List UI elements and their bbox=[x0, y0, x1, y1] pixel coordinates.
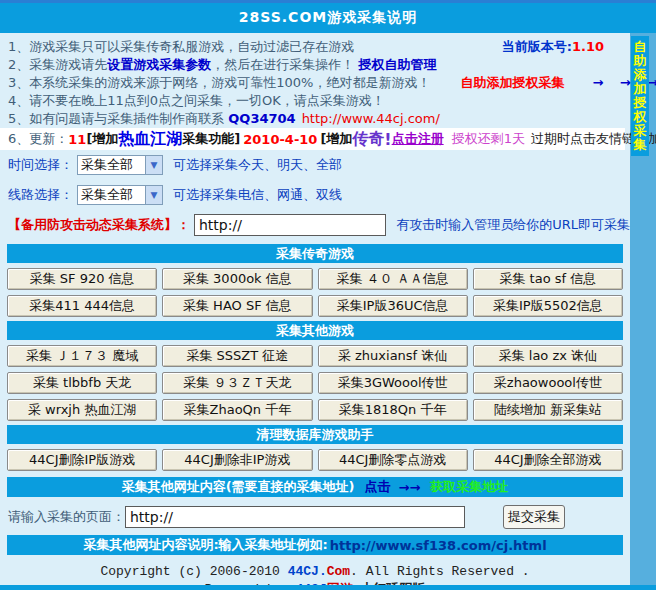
collect-button[interactable]: 采集 Ｊ１７３ 魔域 bbox=[7, 345, 157, 367]
version-value: 1.10 bbox=[572, 39, 604, 54]
collect-button[interactable]: 采集 tlbbfb 天龙 bbox=[7, 372, 157, 394]
rights-text: . All Rights Reserved . bbox=[350, 564, 529, 579]
update-prefix: 6、更新： bbox=[8, 130, 68, 148]
note-item-4: 4、请不要在晚上11点到0点之间采集，一切OK，请点采集游戏！ bbox=[0, 92, 630, 110]
brand-com: Com bbox=[327, 564, 350, 579]
submit-collect-button[interactable]: 提交采集 bbox=[503, 505, 565, 529]
self-add-auth-link[interactable]: 自助添加授权采集 bbox=[460, 75, 564, 90]
backup-url-input[interactable] bbox=[194, 214, 386, 236]
backup-system-row: 【备用防攻击动态采集系统】： 有攻击时输入管理员给你的URL即可采集 bbox=[0, 210, 630, 240]
collect-button[interactable]: 采集 SF 920 信息 bbox=[7, 268, 157, 290]
qq-contact: QQ34704 bbox=[228, 111, 295, 126]
collect-button[interactable]: 采集 ４０ ＡＡ信息 bbox=[318, 268, 468, 290]
bottom-strip bbox=[0, 585, 656, 590]
page-title-bar: 28SS.COM游戏采集说明 bbox=[0, 0, 656, 33]
note-text: 5、如有问题请与采集插件制作商联系 bbox=[8, 111, 224, 126]
time-select-hint: 可选择采集今天、明天、全部 bbox=[173, 156, 342, 174]
collect-button[interactable]: 采集 ９３ＺＴ天龙 bbox=[162, 372, 312, 394]
side-nav-self-auth-link[interactable]: 自助添加授权采集 bbox=[631, 36, 649, 156]
copyright-text: Copyright (c) 2006-2010 bbox=[100, 564, 287, 579]
arrow-icons: →→ bbox=[399, 480, 421, 495]
note-item-1: 当前版本号:1.10 1、游戏采集只可以采集传奇私服游戏，自动过滤已存在游戏 bbox=[0, 38, 630, 56]
set-params-link[interactable]: 设置游戏采集参数 bbox=[107, 57, 211, 72]
game-name-chuanqi: 传奇 bbox=[352, 129, 384, 150]
submit-row: 请输入采集的页面： 提交采集 bbox=[8, 505, 630, 529]
maker-url-link[interactable]: http://www.44cj.com/ bbox=[302, 111, 440, 126]
section-header-cleaner: 清理数据库游戏助手 bbox=[7, 425, 623, 444]
page-url-label: 请输入采集的页面： bbox=[8, 508, 125, 526]
note-item-6-update: 6、更新：11[增加热血江湖采集功能]2010-4-10[增加传奇!点击注册授权… bbox=[0, 128, 625, 150]
section-header-legend: 采集传奇游戏 bbox=[7, 244, 623, 263]
update-number: 11 bbox=[68, 132, 86, 147]
line-select[interactable]: 采集全部 ▼ bbox=[77, 185, 163, 205]
note-text: 2、采集游戏请先 bbox=[8, 57, 107, 72]
update-add1: [增加 bbox=[86, 130, 118, 148]
copyright-line: Copyright (c) 2006-2010 44CJ.Com. All Ri… bbox=[0, 563, 630, 581]
update-func: 采集功能] bbox=[182, 130, 240, 148]
page-url-input[interactable] bbox=[125, 506, 465, 528]
others-button-grid: 采集 Ｊ１７３ 魔域 采集 SSSZT 征途 采 zhuxiansf 诛仙 采集… bbox=[7, 345, 623, 421]
backup-system-hint: 有攻击时输入管理员给你的URL即可采集 bbox=[396, 216, 630, 234]
click-link[interactable]: 点击 bbox=[365, 478, 391, 496]
time-select-value: 采集全部 bbox=[78, 156, 145, 174]
example-url: http://www.sf138.com/cj.html bbox=[330, 538, 547, 553]
collect-button[interactable]: 采集IP版5502信息 bbox=[473, 295, 623, 317]
update-date: 2010-4-10 bbox=[243, 132, 317, 147]
note-text: 4、请不要在晚上11点到0点之间采集，一切OK，请点采集游戏！ bbox=[8, 93, 385, 108]
collect-button[interactable]: 采集 tao sf 信息 bbox=[473, 268, 623, 290]
page-title: 28SS.COM游戏采集说明 bbox=[239, 9, 417, 27]
collect-button[interactable]: 采集 3000ok 信息 bbox=[162, 268, 312, 290]
delete-button[interactable]: 44CJ删除非IP游戏 bbox=[162, 449, 312, 471]
collect-button[interactable]: 采集ZhaoQn 千年 bbox=[162, 399, 312, 421]
note-item-5: 5、如有问题请与采集插件制作商联系QQ34704http://www.44cj.… bbox=[0, 110, 630, 128]
notes-list: 当前版本号:1.10 1、游戏采集只可以采集传奇私服游戏，自动过滤已存在游戏 2… bbox=[0, 33, 630, 150]
auth-remaining-text: 授权还剩1天 bbox=[452, 130, 525, 148]
collect-other-urls-text: 采集其他网址内容(需要直接的采集地址) bbox=[122, 478, 355, 496]
page: 28SS.COM游戏采集说明 当前版本号:1.10 1、游戏采集只可以采集传奇私… bbox=[0, 0, 656, 590]
collect-button[interactable]: 采集IP版36UC信息 bbox=[318, 295, 468, 317]
bang-mark: ! bbox=[384, 130, 391, 149]
collect-button[interactable]: 采集 HAO SF 信息 bbox=[162, 295, 312, 317]
line-select-label: 线路选择： bbox=[8, 186, 73, 204]
time-select-row: 时间选择： 采集全部 ▼ 可选择采集今天、明天、全部 bbox=[0, 150, 630, 180]
version-info: 当前版本号:1.10 bbox=[502, 38, 604, 56]
collect-other-urls-bar: 采集其他网址内容(需要直接的采集地址) 点击 →→ 获取采集地址 bbox=[7, 477, 623, 497]
collect-button[interactable]: 采集411 444信息 bbox=[7, 295, 157, 317]
legend-button-grid: 采集 SF 920 信息 采集 3000ok 信息 采集 ４０ ＡＡ信息 采集 … bbox=[7, 268, 623, 317]
backup-system-label: 【备用防攻击动态采集系统】： bbox=[8, 216, 190, 234]
line-select-row: 线路选择： 采集全部 ▼ 可选择采集电信、网通、双线 bbox=[0, 180, 630, 210]
delete-button[interactable]: 44CJ删除全部游戏 bbox=[473, 449, 623, 471]
note-text: 3、本系统采集的游戏来源于网络，游戏可靠性100%，绝对都是新游戏！ bbox=[8, 75, 430, 90]
collect-button[interactable]: 采 zhuxiansf 诛仙 bbox=[318, 345, 468, 367]
collect-button[interactable]: 采集3GWoool传世 bbox=[318, 372, 468, 394]
chevron-down-icon[interactable]: ▼ bbox=[145, 156, 162, 174]
auth-self-manage-link[interactable]: 授权自助管理 bbox=[358, 57, 436, 72]
line-select-hint: 可选择采集电信、网通、双线 bbox=[173, 186, 342, 204]
register-link[interactable]: 点击注册 bbox=[392, 130, 444, 148]
brand-44cj: 44CJ. bbox=[288, 564, 327, 579]
new-stations-button[interactable]: 陆续增加 新采集站 bbox=[473, 399, 623, 421]
delete-button[interactable]: 44CJ删除零点游戏 bbox=[318, 449, 468, 471]
main-content: 当前版本号:1.10 1、游戏采集只可以采集传奇私服游戏，自动过滤已存在游戏 2… bbox=[0, 33, 630, 585]
collect-button[interactable]: 采集 SSSZT 征途 bbox=[162, 345, 312, 367]
cleaner-button-grid: 44CJ删除IP版游戏 44CJ删除非IP游戏 44CJ删除零点游戏 44CJ删… bbox=[7, 449, 623, 471]
note-text: 1、游戏采集只可以采集传奇私服游戏，自动过滤已存在游戏 bbox=[8, 39, 354, 54]
collect-button[interactable]: 采zhaowoool传世 bbox=[473, 372, 623, 394]
note-text: ，然后在进行采集操作！ bbox=[211, 57, 354, 72]
get-collect-url-link[interactable]: 获取采集地址 bbox=[430, 478, 508, 496]
line-select-value: 采集全部 bbox=[78, 186, 145, 204]
version-label: 当前版本号: bbox=[502, 39, 572, 54]
example-text: 采集其他网址内容说明:输入采集地址例如: bbox=[83, 536, 327, 554]
note-item-2: 2、采集游戏请先设置游戏采集参数，然后在进行采集操作！ 授权自助管理 bbox=[0, 56, 630, 74]
section-header-others: 采集其他游戏 bbox=[7, 321, 623, 340]
chevron-down-icon[interactable]: ▼ bbox=[145, 186, 162, 204]
collect-button[interactable]: 采 wrxjh 热血江湖 bbox=[7, 399, 157, 421]
time-select[interactable]: 采集全部 ▼ bbox=[77, 155, 163, 175]
collect-button[interactable]: 采集1818Qn 千年 bbox=[318, 399, 468, 421]
delete-button[interactable]: 44CJ删除IP版游戏 bbox=[7, 449, 157, 471]
note-item-3: 3、本系统采集的游戏来源于网络，游戏可靠性100%，绝对都是新游戏！自助添加授权… bbox=[0, 74, 630, 92]
collect-button[interactable]: 采集 lao zx 诛仙 bbox=[473, 345, 623, 367]
example-bar: 采集其他网址内容说明:输入采集地址例如: http://www.sf138.co… bbox=[7, 535, 623, 555]
time-select-label: 时间选择： bbox=[8, 156, 73, 174]
update-add2: [增加 bbox=[320, 130, 352, 148]
